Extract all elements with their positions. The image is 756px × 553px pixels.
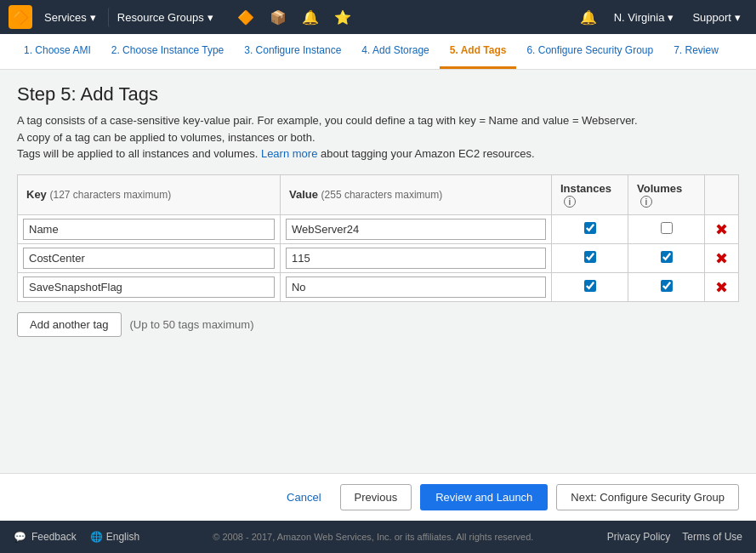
previous-button[interactable]: Previous [340,484,412,510]
volumes-info-icon[interactable]: i [640,196,652,208]
instances-checkbox-0[interactable] [584,222,596,234]
feedback-link[interactable]: 💬 Feedback [14,531,77,543]
value-cell-2 [280,273,551,302]
learn-more-link[interactable]: Learn more [261,147,317,160]
step-configure-security-group[interactable]: 6. Configure Security Group [516,34,663,69]
privacy-policy-link[interactable]: Privacy Policy [607,531,671,543]
aws-logo: 🔶 [9,5,32,29]
instances-checkbox-1[interactable] [584,251,596,263]
language-selector[interactable]: 🌐 English [90,531,139,543]
page-description: A tag consists of a case-sensitive key-v… [17,112,739,162]
table-row: ✖ [18,244,739,273]
footer-links: Privacy Policy Terms of Use [607,531,742,543]
volumes-cell-1 [628,244,705,273]
nav-icon-2[interactable]: 📦 [264,6,292,29]
delete-row-button-2[interactable]: ✖ [712,280,731,295]
instances-checkbox-2[interactable] [584,280,596,292]
value-cell-0 [280,215,551,244]
step-add-storage[interactable]: 4. Add Storage [351,34,439,69]
col-header-key: Key (127 characters maximum) [18,174,281,215]
delete-cell-1: ✖ [705,244,739,273]
instances-cell-0 [552,215,628,244]
add-tag-row: Add another tag (Up to 50 tags maximum) [17,312,739,337]
col-header-instances: Instances i [552,174,628,215]
bell-icon[interactable]: 🔔 [575,6,602,29]
delete-cell-0: ✖ [705,215,739,244]
cancel-button[interactable]: Cancel [276,486,331,509]
volumes-checkbox-2[interactable] [661,280,673,292]
step-choose-instance-type[interactable]: 2. Choose Instance Type [101,34,235,69]
value-input-1[interactable] [286,248,546,269]
terms-of-use-link[interactable]: Terms of Use [682,531,742,543]
volumes-checkbox-1[interactable] [661,251,673,263]
step-choose-ami[interactable]: 1. Choose AMI [14,34,101,69]
instances-cell-1 [552,244,628,273]
instances-cell-2 [552,273,628,302]
volumes-cell-2 [628,273,705,302]
nav-icon-4[interactable]: ⭐ [329,6,356,29]
tags-table: Key (127 characters maximum) Value (255 … [17,174,739,303]
wizard-steps: 1. Choose AMI 2. Choose Instance Type 3.… [0,34,756,70]
delete-row-button-0[interactable]: ✖ [712,222,731,237]
volumes-checkbox-0[interactable] [661,222,673,234]
step-review[interactable]: 7. Review [663,34,729,69]
key-input-0[interactable] [23,219,275,240]
main-content: Step 5: Add Tags A tag consists of a cas… [0,70,756,473]
value-input-2[interactable] [286,276,546,298]
nav-icon-1[interactable]: 🔶 [232,6,259,29]
support-menu[interactable]: Support ▾ [685,8,747,27]
services-menu[interactable]: Services ▾ [37,8,103,27]
key-cell-0 [18,215,281,244]
key-input-1[interactable] [23,248,275,269]
resource-groups-menu[interactable]: Resource Groups ▾ [108,8,220,27]
nav-icon-3[interactable]: 🔔 [297,6,324,29]
step-configure-instance[interactable]: 3. Configure Instance [234,34,351,69]
key-input-2[interactable] [23,276,275,298]
footer: 💬 Feedback 🌐 English © 2008 - 2017, Amaz… [0,521,756,553]
region-menu[interactable]: N. Virginia ▾ [607,8,681,27]
next-configure-security-group-button[interactable]: Next: Configure Security Group [556,484,739,510]
delete-cell-2: ✖ [705,273,739,302]
col-header-delete [705,174,739,215]
col-header-volumes: Volumes i [628,174,705,215]
footer-copyright: © 2008 - 2017, Amazon Web Services, Inc.… [139,532,607,542]
review-and-launch-button[interactable]: Review and Launch [420,484,548,510]
table-row: ✖ [18,215,739,244]
bottom-action-bar: Cancel Previous Review and Launch Next: … [0,473,756,521]
key-cell-2 [18,273,281,302]
value-input-0[interactable] [286,219,546,240]
col-header-value: Value (255 characters maximum) [280,174,551,215]
add-another-tag-button[interactable]: Add another tag [17,312,122,337]
instances-info-icon[interactable]: i [564,196,576,208]
table-row: ✖ [18,273,739,302]
step-add-tags: 5. Add Tags [440,34,517,69]
volumes-cell-0 [628,215,705,244]
value-cell-1 [280,244,551,273]
key-cell-1 [18,244,281,273]
page-title: Step 5: Add Tags [17,83,739,105]
top-navigation: 🔶 Services ▾ Resource Groups ▾ 🔶 📦 🔔 ⭐ 🔔… [0,0,756,34]
delete-row-button-1[interactable]: ✖ [712,251,731,266]
